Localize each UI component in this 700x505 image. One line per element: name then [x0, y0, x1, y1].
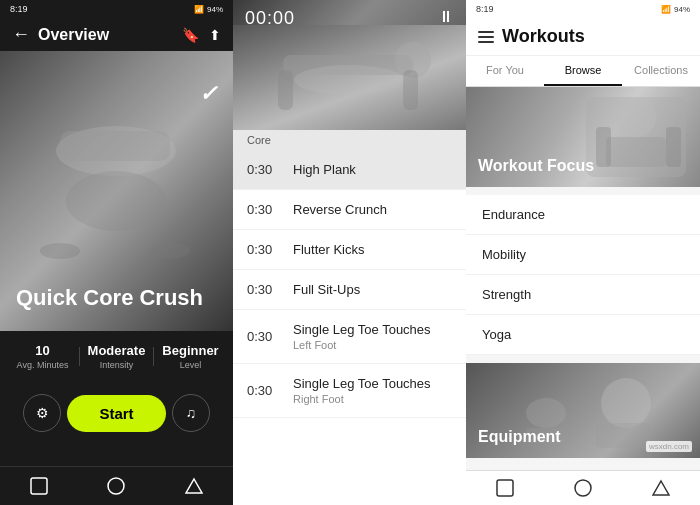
- share-icon[interactable]: ⬆: [209, 27, 221, 43]
- exercise-name-4: Single Leg Toe Touches: [293, 322, 452, 337]
- workout-equipment-card[interactable]: Equipment wsxdn.com: [466, 363, 700, 458]
- workout-video: 00:00 ⏸: [233, 0, 466, 130]
- status-bar-overview: 8:19 📶 94%: [0, 0, 233, 18]
- svg-rect-22: [497, 480, 513, 496]
- status-time-overview: 8:19: [10, 4, 28, 14]
- panel-overview: 8:19 📶 94% ← Overview 🔖 ⬆ ✓: [0, 0, 233, 505]
- nav-circle-icon[interactable]: [105, 475, 127, 497]
- category-endurance[interactable]: Endurance: [466, 195, 700, 235]
- svg-rect-11: [403, 70, 418, 110]
- music-button[interactable]: ♫: [172, 394, 210, 432]
- svg-marker-24: [653, 481, 669, 495]
- exercise-svg: [233, 25, 466, 130]
- stat-intensity: Moderate Intensity: [82, 343, 151, 370]
- status-time-workouts: 8:19: [476, 4, 494, 14]
- exercise-item-4[interactable]: 0:30 Single Leg Toe Touches Left Foot: [233, 310, 466, 364]
- tab-browse[interactable]: Browse: [544, 56, 622, 86]
- stat-divider-1: [79, 347, 80, 366]
- svg-point-6: [108, 478, 124, 494]
- exercise-item-2[interactable]: 0:30 Flutter Kicks: [233, 230, 466, 270]
- bookmark-icon[interactable]: 🔖: [182, 27, 199, 43]
- stat-minutes-label: Avg. Minutes: [8, 360, 77, 370]
- workout-category-list: Endurance Mobility Strength Yoga: [466, 195, 700, 355]
- overview-stats: 10 Avg. Minutes Moderate Intensity Begin…: [0, 331, 233, 382]
- top-bar-overview: ← Overview 🔖 ⬆: [0, 18, 233, 51]
- settings-icon: ⚙: [36, 405, 49, 421]
- svg-rect-16: [596, 127, 611, 167]
- overview-title: Overview: [38, 26, 109, 44]
- exercise-item-1[interactable]: 0:30 Reverse Crunch: [233, 190, 466, 230]
- exercise-time-0: 0:30: [247, 162, 285, 177]
- nike-logo: ✓: [199, 81, 217, 107]
- battery-overview: 94%: [207, 5, 223, 14]
- workouts-content: Workout Focus Endurance Mobility Strengt…: [466, 87, 700, 470]
- exercise-item-0[interactable]: 0:30 High Plank: [233, 150, 466, 190]
- exercise-time-3: 0:30: [247, 282, 285, 297]
- svg-rect-1: [60, 131, 170, 161]
- back-button[interactable]: ←: [12, 24, 30, 45]
- stat-level-label: Level: [156, 360, 225, 370]
- exercise-name-1: Reverse Crunch: [293, 202, 452, 217]
- exercise-list: 0:30 High Plank 0:30 Reverse Crunch 0:30…: [233, 150, 466, 505]
- stat-intensity-value: Moderate: [82, 343, 151, 358]
- panel-workouts: 8:19 📶 94% Workouts For You Browse Colle…: [466, 0, 700, 505]
- stat-level: Beginner Level: [156, 343, 225, 370]
- svg-rect-5: [31, 478, 47, 494]
- nav-circle-icon-3[interactable]: [572, 477, 594, 499]
- exercise-name-2: Flutter Kicks: [293, 242, 452, 257]
- workout-focus-card[interactable]: Workout Focus: [466, 87, 700, 187]
- status-icons-workouts: 📶 94%: [661, 5, 690, 14]
- workouts-header: Workouts: [466, 18, 700, 56]
- exercise-section-header: Core: [233, 130, 466, 150]
- svg-point-2: [66, 171, 166, 231]
- hero-title: Quick Core Crush: [16, 285, 203, 311]
- svg-point-23: [575, 480, 591, 496]
- svg-point-12: [294, 65, 404, 95]
- pause-icon[interactable]: ⏸: [438, 8, 454, 26]
- svg-point-14: [616, 97, 656, 137]
- bottom-nav-overview: [0, 466, 233, 505]
- start-button[interactable]: Start: [67, 395, 165, 432]
- workouts-tabs: For You Browse Collections: [466, 56, 700, 87]
- stat-minutes: 10 Avg. Minutes: [8, 343, 77, 370]
- nav-square-icon[interactable]: [28, 475, 50, 497]
- overview-hero: ✓ Quick Core Crush: [0, 51, 233, 331]
- category-strength[interactable]: Strength: [466, 275, 700, 315]
- svg-point-3: [40, 243, 80, 259]
- exercise-person-image: [233, 25, 466, 130]
- stat-divider-2: [153, 347, 154, 366]
- nav-square-icon-3[interactable]: [494, 477, 516, 499]
- workouts-title: Workouts: [502, 26, 585, 47]
- workout-timer: 00:00: [245, 8, 295, 29]
- svg-marker-7: [186, 479, 202, 493]
- category-yoga[interactable]: Yoga: [466, 315, 700, 355]
- music-icon: ♫: [186, 405, 197, 421]
- exercise-time-1: 0:30: [247, 202, 285, 217]
- status-icons-overview: 📶 94%: [194, 5, 223, 14]
- svg-rect-15: [606, 137, 666, 167]
- category-mobility[interactable]: Mobility: [466, 235, 700, 275]
- tab-for-you[interactable]: For You: [466, 56, 544, 86]
- status-bar-workouts: 8:19 📶 94%: [466, 0, 700, 18]
- nav-triangle-icon[interactable]: [183, 475, 205, 497]
- settings-button[interactable]: ⚙: [23, 394, 61, 432]
- exercise-item-5[interactable]: 0:30 Single Leg Toe Touches Right Foot: [233, 364, 466, 418]
- svg-point-20: [526, 398, 566, 428]
- stat-level-value: Beginner: [156, 343, 225, 358]
- stat-intensity-label: Intensity: [82, 360, 151, 370]
- panel-workout: 00:00 ⏸ Core 0:30 High Plank 0:30 Revers…: [233, 0, 466, 505]
- hamburger-menu-icon[interactable]: [478, 31, 494, 43]
- tab-collections[interactable]: Collections: [622, 56, 700, 86]
- exercise-item-3[interactable]: 0:30 Full Sit-Ups: [233, 270, 466, 310]
- svg-rect-19: [596, 423, 651, 448]
- exercise-name-3: Full Sit-Ups: [293, 282, 452, 297]
- nav-triangle-icon-3[interactable]: [650, 477, 672, 499]
- exercise-time-4: 0:30: [247, 329, 285, 344]
- exercise-sub-4: Left Foot: [293, 339, 452, 351]
- exercise-name-5: Single Leg Toe Touches: [293, 376, 452, 391]
- svg-point-18: [601, 378, 651, 428]
- exercise-name-0: High Plank: [293, 162, 452, 177]
- battery-workouts: 94%: [674, 5, 690, 14]
- workouts-bottom-nav: [466, 470, 700, 505]
- exercise-time-5: 0:30: [247, 383, 285, 398]
